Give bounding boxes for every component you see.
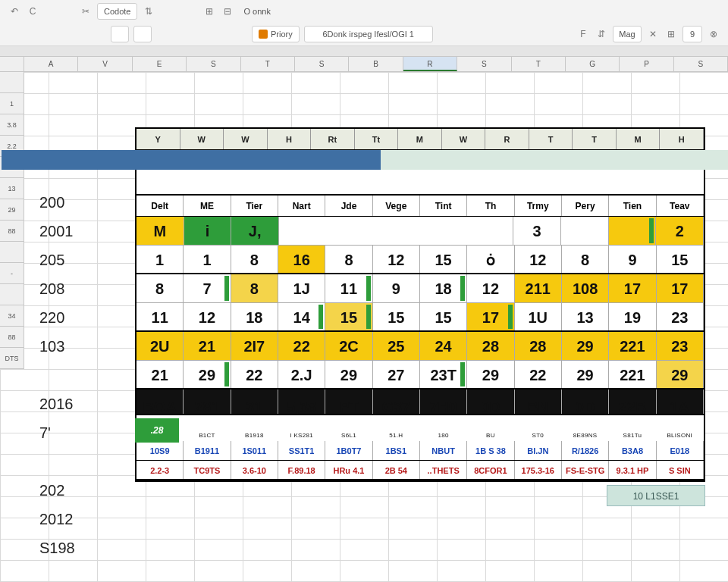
cal-cell[interactable]: 7: [184, 274, 231, 302]
right-icon-0[interactable]: F: [576, 27, 590, 41]
cal-cell[interactable]: 11: [325, 274, 372, 302]
cal-cell[interactable]: 1: [136, 246, 184, 273]
small-box-2[interactable]: [133, 26, 152, 42]
cal-header-cell[interactable]: Tint: [420, 196, 467, 216]
redo-icon[interactable]: C: [26, 5, 39, 18]
cal-header-cell[interactable]: Trmy: [515, 196, 562, 216]
cal-cell[interactable]: 221: [609, 332, 656, 360]
row-header[interactable]: 34: [0, 305, 24, 327]
cal-cell[interactable]: 11: [136, 303, 184, 330]
right-icon-4[interactable]: ⊞: [664, 27, 678, 41]
col-header[interactable]: T: [241, 57, 295, 71]
cal-header-cell[interactable]: Delt: [136, 196, 184, 216]
cal-header-cell[interactable]: Teav: [657, 196, 704, 216]
col-header[interactable]: B: [349, 57, 403, 71]
col-header[interactable]: A: [24, 57, 78, 71]
cal-cell[interactable]: 23: [657, 303, 704, 330]
row-header[interactable]: [0, 72, 24, 93]
cal-cell[interactable]: 9: [373, 274, 420, 302]
priory-button[interactable]: Priory: [252, 26, 300, 42]
col-header[interactable]: S: [457, 57, 511, 71]
cal-cell[interactable]: 8: [136, 274, 184, 302]
cal-cell[interactable]: 29: [562, 361, 609, 388]
misc-icon-2[interactable]: ⊞: [202, 5, 216, 18]
cal-cell[interactable]: 12: [515, 246, 562, 273]
cal-cell[interactable]: 27: [373, 361, 420, 388]
cal-header-cell[interactable]: Pery: [562, 196, 609, 216]
col-header[interactable]: P: [620, 57, 673, 71]
cal-cell[interactable]: ȯ: [467, 246, 514, 273]
cal-cell[interactable]: [561, 217, 609, 245]
row-header[interactable]: DTS: [0, 348, 24, 369]
cal-cell[interactable]: 21: [184, 332, 231, 360]
cal-cell[interactable]: 8: [231, 246, 278, 273]
cal-cell[interactable]: [609, 217, 657, 245]
misc-label-4[interactable]: O onnk: [239, 7, 275, 16]
cal-cell[interactable]: 15: [373, 303, 420, 330]
cal-cell[interactable]: 2I7: [231, 332, 278, 360]
cal-cell[interactable]: 8: [325, 246, 372, 273]
cal-cell[interactable]: 15: [420, 246, 467, 273]
right-icon-5[interactable]: 9: [682, 26, 702, 42]
cal-cell[interactable]: 2: [656, 217, 704, 245]
cal-cell[interactable]: 1J: [278, 274, 325, 302]
cal-cell[interactable]: 211: [515, 274, 562, 302]
cal-cell[interactable]: 29: [562, 332, 609, 360]
code-button[interactable]: Codote: [97, 3, 137, 20]
cal-header-cell[interactable]: Nart: [278, 196, 325, 216]
col-header[interactable]: E: [133, 57, 187, 71]
cal-cell[interactable]: 12: [184, 303, 231, 330]
cal-cell[interactable]: J,: [231, 217, 279, 245]
col-header[interactable]: V: [78, 57, 132, 71]
cal-cell[interactable]: [279, 217, 513, 245]
cal-cell[interactable]: 15: [657, 246, 704, 273]
right-icon-2[interactable]: Mag: [613, 26, 642, 42]
cal-header-cell[interactable]: Tien: [609, 196, 656, 216]
cal-cell[interactable]: 2U: [136, 332, 184, 360]
cal-cell[interactable]: 9: [609, 246, 656, 273]
misc-icon-3[interactable]: ⊟: [221, 5, 234, 18]
cal-cell[interactable]: 28: [467, 332, 514, 360]
cal-cell[interactable]: 17: [609, 274, 656, 302]
mint-footer-box[interactable]: 10 L1SSE1: [607, 485, 705, 506]
cal-cell[interactable]: 1: [184, 246, 231, 273]
cal-cell[interactable]: 12: [467, 274, 514, 302]
row-header[interactable]: 29: [0, 199, 24, 221]
cal-cell[interactable]: 18: [420, 274, 467, 302]
cal-cell[interactable]: 15: [325, 303, 372, 330]
row-header[interactable]: [0, 242, 24, 263]
cal-cell[interactable]: 16: [278, 246, 325, 273]
cal-cell[interactable]: 22: [278, 332, 325, 360]
cal-header-cell[interactable]: ME: [184, 196, 231, 216]
green-iso-cell[interactable]: .28: [135, 418, 179, 443]
cal-cell[interactable]: 17: [467, 303, 514, 330]
cal-cell[interactable]: 29: [325, 361, 372, 388]
cal-cell[interactable]: 3: [513, 217, 561, 245]
cal-header-cell[interactable]: Vege: [373, 196, 420, 216]
cal-cell[interactable]: 8: [231, 274, 278, 302]
row-header[interactable]: 1: [0, 93, 24, 114]
cal-cell[interactable]: 29: [467, 361, 514, 388]
cal-cell[interactable]: 29: [184, 361, 231, 388]
cal-cell[interactable]: 14: [278, 303, 325, 330]
cal-cell[interactable]: 1U: [515, 303, 562, 330]
undo-icon[interactable]: ↶: [8, 5, 21, 18]
cal-cell[interactable]: 21: [136, 361, 184, 388]
cal-cell[interactable]: 23: [657, 332, 704, 360]
cal-cell[interactable]: 108: [562, 274, 609, 302]
row-header[interactable]: 88: [0, 327, 24, 348]
row-header[interactable]: [0, 284, 24, 305]
small-box-1[interactable]: [111, 26, 129, 42]
cal-cell[interactable]: M: [136, 217, 184, 245]
col-header[interactable]: S: [674, 57, 728, 71]
cal-cell[interactable]: 29: [657, 361, 704, 388]
row-header[interactable]: 88: [0, 221, 24, 242]
col-header[interactable]: T: [512, 57, 566, 71]
cal-cell[interactable]: 15: [420, 303, 467, 330]
cal-cell[interactable]: 2.J: [278, 361, 325, 388]
right-icon-1[interactable]: ⇵: [595, 27, 608, 41]
col-header[interactable]: R: [403, 57, 457, 71]
col-header[interactable]: S: [295, 57, 349, 71]
row-header[interactable]: -: [0, 263, 24, 284]
col-header[interactable]: G: [566, 57, 620, 71]
